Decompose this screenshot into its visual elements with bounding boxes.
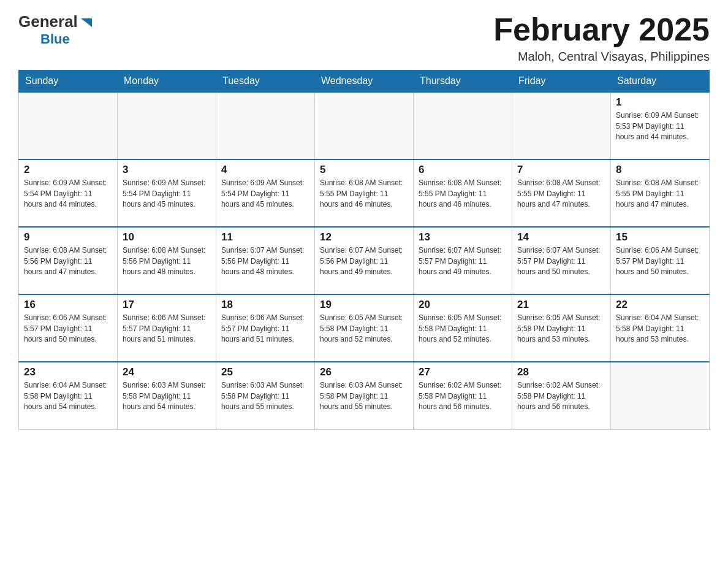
- day-info: Sunrise: 6:09 AM Sunset: 5:54 PM Dayligh…: [24, 178, 112, 210]
- calendar-cell: 6Sunrise: 6:08 AM Sunset: 5:55 PM Daylig…: [414, 159, 512, 227]
- title-section: February 2025 Maloh, Central Visayas, Ph…: [493, 12, 710, 64]
- day-info: Sunrise: 6:04 AM Sunset: 5:58 PM Dayligh…: [24, 380, 112, 412]
- calendar-cell: [414, 92, 512, 159]
- day-number: 28: [517, 366, 605, 378]
- day-number: 12: [320, 231, 408, 243]
- calendar-cell: 4Sunrise: 6:09 AM Sunset: 5:54 PM Daylig…: [216, 159, 315, 227]
- day-info: Sunrise: 6:08 AM Sunset: 5:56 PM Dayligh…: [24, 245, 112, 277]
- calendar-cell: 9Sunrise: 6:08 AM Sunset: 5:56 PM Daylig…: [19, 227, 118, 294]
- day-number: 2: [24, 164, 112, 176]
- day-info: Sunrise: 6:07 AM Sunset: 5:56 PM Dayligh…: [221, 245, 309, 277]
- day-number: 24: [123, 366, 211, 378]
- logo: General Blue: [18, 12, 93, 47]
- weekday-header-thursday: Thursday: [414, 71, 512, 93]
- day-number: 27: [419, 366, 507, 378]
- calendar-cell: 23Sunrise: 6:04 AM Sunset: 5:58 PM Dayli…: [19, 362, 118, 429]
- day-info: Sunrise: 6:06 AM Sunset: 5:57 PM Dayligh…: [221, 313, 309, 345]
- calendar-cell: [19, 92, 118, 159]
- weekday-header-monday: Monday: [118, 71, 216, 93]
- day-info: Sunrise: 6:08 AM Sunset: 5:55 PM Dayligh…: [419, 178, 507, 210]
- calendar-cell: [512, 92, 611, 159]
- day-info: Sunrise: 6:08 AM Sunset: 5:55 PM Dayligh…: [616, 178, 704, 210]
- calendar-cell: 25Sunrise: 6:03 AM Sunset: 5:58 PM Dayli…: [216, 362, 315, 429]
- calendar-cell: 22Sunrise: 6:04 AM Sunset: 5:58 PM Dayli…: [611, 294, 710, 362]
- calendar-cell: 19Sunrise: 6:05 AM Sunset: 5:58 PM Dayli…: [315, 294, 414, 362]
- weekday-header-sunday: Sunday: [19, 71, 118, 93]
- calendar-cell: 17Sunrise: 6:06 AM Sunset: 5:57 PM Dayli…: [118, 294, 216, 362]
- calendar-cell: [216, 92, 315, 159]
- calendar-cell: 18Sunrise: 6:06 AM Sunset: 5:57 PM Dayli…: [216, 294, 315, 362]
- day-number: 9: [24, 231, 112, 243]
- calendar-cell: 28Sunrise: 6:02 AM Sunset: 5:58 PM Dayli…: [512, 362, 611, 429]
- calendar-cell: 8Sunrise: 6:08 AM Sunset: 5:55 PM Daylig…: [611, 159, 710, 227]
- day-info: Sunrise: 6:07 AM Sunset: 5:57 PM Dayligh…: [517, 245, 605, 277]
- calendar-week-row: 1Sunrise: 6:09 AM Sunset: 5:53 PM Daylig…: [19, 92, 710, 159]
- day-info: Sunrise: 6:03 AM Sunset: 5:58 PM Dayligh…: [123, 380, 211, 412]
- calendar-cell: 20Sunrise: 6:05 AM Sunset: 5:58 PM Dayli…: [414, 294, 512, 362]
- day-info: Sunrise: 6:03 AM Sunset: 5:58 PM Dayligh…: [320, 380, 408, 412]
- calendar-week-row: 2Sunrise: 6:09 AM Sunset: 5:54 PM Daylig…: [19, 159, 710, 227]
- calendar-cell: 11Sunrise: 6:07 AM Sunset: 5:56 PM Dayli…: [216, 227, 315, 294]
- day-info: Sunrise: 6:06 AM Sunset: 5:57 PM Dayligh…: [616, 245, 704, 277]
- day-number: 19: [320, 299, 408, 311]
- weekday-header-wednesday: Wednesday: [315, 71, 414, 93]
- weekday-header-tuesday: Tuesday: [216, 71, 315, 93]
- calendar-cell: 3Sunrise: 6:09 AM Sunset: 5:54 PM Daylig…: [118, 159, 216, 227]
- weekday-header-friday: Friday: [512, 71, 611, 93]
- day-number: 14: [517, 231, 605, 243]
- page-header: General Blue February 2025 Maloh, Centra…: [18, 12, 710, 64]
- day-info: Sunrise: 6:08 AM Sunset: 5:55 PM Dayligh…: [517, 178, 605, 210]
- day-number: 3: [123, 164, 211, 176]
- day-number: 10: [123, 231, 211, 243]
- calendar-cell: 15Sunrise: 6:06 AM Sunset: 5:57 PM Dayli…: [611, 227, 710, 294]
- day-info: Sunrise: 6:03 AM Sunset: 5:58 PM Dayligh…: [221, 380, 309, 412]
- calendar-header-row: SundayMondayTuesdayWednesdayThursdayFrid…: [19, 71, 710, 93]
- day-number: 11: [221, 231, 309, 243]
- calendar-cell: 2Sunrise: 6:09 AM Sunset: 5:54 PM Daylig…: [19, 159, 118, 227]
- calendar-cell: 5Sunrise: 6:08 AM Sunset: 5:55 PM Daylig…: [315, 159, 414, 227]
- day-number: 4: [221, 164, 309, 176]
- day-number: 26: [320, 366, 408, 378]
- day-info: Sunrise: 6:08 AM Sunset: 5:56 PM Dayligh…: [123, 245, 211, 277]
- day-number: 6: [419, 164, 507, 176]
- calendar-cell: 13Sunrise: 6:07 AM Sunset: 5:57 PM Dayli…: [414, 227, 512, 294]
- calendar-cell: 24Sunrise: 6:03 AM Sunset: 5:58 PM Dayli…: [118, 362, 216, 429]
- day-number: 13: [419, 231, 507, 243]
- day-number: 25: [221, 366, 309, 378]
- calendar-week-row: 16Sunrise: 6:06 AM Sunset: 5:57 PM Dayli…: [19, 294, 710, 362]
- logo-general-text: General: [18, 12, 78, 31]
- day-info: Sunrise: 6:04 AM Sunset: 5:58 PM Dayligh…: [616, 313, 704, 345]
- day-number: 18: [221, 299, 309, 311]
- day-number: 7: [517, 164, 605, 176]
- day-info: Sunrise: 6:07 AM Sunset: 5:56 PM Dayligh…: [320, 245, 408, 277]
- page-title: February 2025: [493, 12, 710, 47]
- calendar-week-row: 23Sunrise: 6:04 AM Sunset: 5:58 PM Dayli…: [19, 362, 710, 429]
- calendar-table: SundayMondayTuesdayWednesdayThursdayFrid…: [18, 70, 710, 430]
- calendar-cell: 21Sunrise: 6:05 AM Sunset: 5:58 PM Dayli…: [512, 294, 611, 362]
- day-info: Sunrise: 6:09 AM Sunset: 5:53 PM Dayligh…: [616, 110, 704, 142]
- logo-triangle-icon: [80, 16, 93, 29]
- day-number: 1: [616, 96, 704, 109]
- calendar-cell: 7Sunrise: 6:08 AM Sunset: 5:55 PM Daylig…: [512, 159, 611, 227]
- logo-blue-text: Blue: [40, 31, 70, 47]
- day-number: 17: [123, 299, 211, 311]
- calendar-cell: 27Sunrise: 6:02 AM Sunset: 5:58 PM Dayli…: [414, 362, 512, 429]
- calendar-cell: 1Sunrise: 6:09 AM Sunset: 5:53 PM Daylig…: [611, 92, 710, 159]
- calendar-cell: 16Sunrise: 6:06 AM Sunset: 5:57 PM Dayli…: [19, 294, 118, 362]
- day-info: Sunrise: 6:05 AM Sunset: 5:58 PM Dayligh…: [320, 313, 408, 345]
- day-number: 22: [616, 299, 704, 311]
- day-info: Sunrise: 6:06 AM Sunset: 5:57 PM Dayligh…: [123, 313, 211, 345]
- calendar-cell: 10Sunrise: 6:08 AM Sunset: 5:56 PM Dayli…: [118, 227, 216, 294]
- calendar-cell: 14Sunrise: 6:07 AM Sunset: 5:57 PM Dayli…: [512, 227, 611, 294]
- day-info: Sunrise: 6:02 AM Sunset: 5:58 PM Dayligh…: [419, 380, 507, 412]
- calendar-cell: [315, 92, 414, 159]
- day-info: Sunrise: 6:07 AM Sunset: 5:57 PM Dayligh…: [419, 245, 507, 277]
- day-number: 20: [419, 299, 507, 311]
- calendar-cell: [611, 362, 710, 429]
- day-info: Sunrise: 6:08 AM Sunset: 5:55 PM Dayligh…: [320, 178, 408, 210]
- day-info: Sunrise: 6:02 AM Sunset: 5:58 PM Dayligh…: [517, 380, 605, 412]
- day-number: 8: [616, 164, 704, 176]
- day-info: Sunrise: 6:05 AM Sunset: 5:58 PM Dayligh…: [517, 313, 605, 345]
- day-number: 5: [320, 164, 408, 176]
- svg-marker-0: [81, 18, 92, 27]
